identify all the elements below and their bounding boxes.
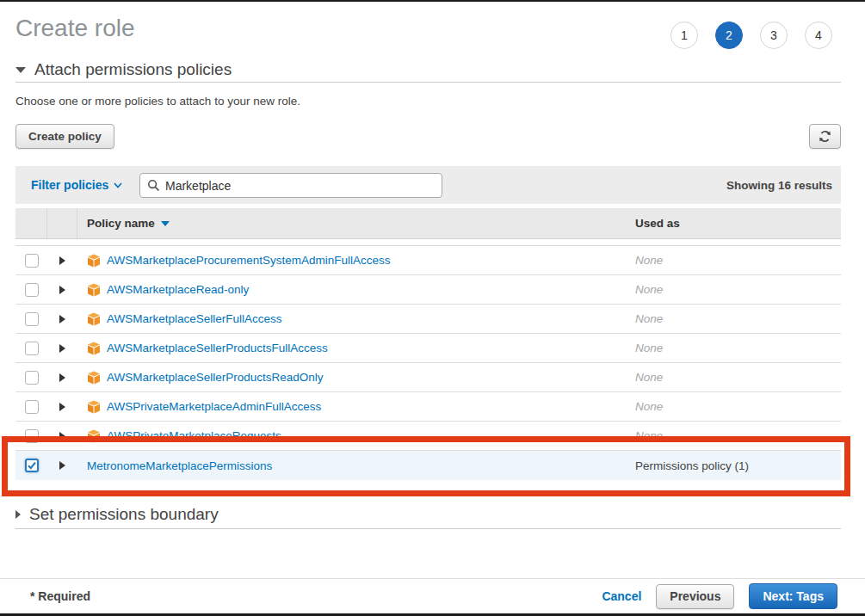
aws-policy-cube-icon (87, 283, 101, 297)
step-circle-3[interactable]: 3 (760, 22, 788, 49)
required-note: * Required (30, 589, 90, 603)
header-checkbox-column (15, 208, 47, 238)
used-as-value: None (635, 400, 663, 413)
row-checkbox[interactable] (25, 459, 39, 472)
filter-policies-dropdown[interactable]: Filter policies (31, 178, 122, 192)
footer-actions: Cancel Previous Next: Tags (602, 583, 837, 609)
create-role-page: Create role 1234 Attach permissions poli… (0, 0, 865, 616)
used-as-value: None (635, 371, 663, 384)
attach-policies-section-header[interactable]: Attach permissions policies (15, 60, 232, 79)
results-count: Showing 16 results (726, 179, 832, 192)
filter-policies-label: Filter policies (31, 178, 108, 192)
policy-name-link[interactable]: AWSMarketplaceSellerProductsFullAccess (107, 342, 328, 354)
step-indicator: 1234 (670, 22, 832, 49)
policy-table-row: AWSPrivateMarketplaceRequestsNone (15, 422, 841, 451)
policy-table-row: MetronomeMarketplacePermissionsPermissio… (15, 451, 841, 480)
search-icon (147, 179, 160, 192)
used-as-value: None (635, 254, 663, 267)
attach-policies-description: Choose one or more policies to attach to… (15, 95, 300, 108)
policy-table-row: AWSMarketplaceProcurementSystemAdminFull… (15, 246, 841, 275)
used-as-value: None (635, 312, 663, 325)
row-checkbox[interactable] (25, 400, 39, 414)
expand-section-icon (15, 510, 21, 519)
used-as-column-header: Used as (627, 208, 841, 238)
used-as-value: None (635, 429, 663, 442)
cancel-button[interactable]: Cancel (602, 589, 641, 603)
row-checkbox[interactable] (25, 371, 39, 385)
filter-bar: Filter policies Showing 16 results (15, 166, 841, 204)
wizard-footer: * Required Cancel Previous Next: Tags (0, 578, 865, 613)
policy-table-row: AWSMarketplaceSellerFullAccessNone (15, 305, 841, 334)
permissions-boundary-section-header[interactable]: Set permissions boundary (15, 505, 219, 524)
row-checkbox[interactable] (25, 312, 39, 326)
page-title: Create role (15, 15, 135, 42)
expand-row-icon[interactable] (59, 315, 65, 323)
policy-name-header-label: Policy name (87, 217, 155, 230)
policy-search-box (139, 173, 442, 198)
policy-name-link[interactable]: AWSMarketplaceSellerProductsReadOnly (107, 371, 324, 384)
policy-table-row: AWSMarketplaceSellerProductsReadOnlyNone (15, 363, 841, 392)
aws-policy-cube-icon (87, 371, 101, 385)
refresh-icon (819, 130, 831, 143)
window-top-edge (0, 0, 865, 2)
chevron-down-icon (114, 182, 122, 188)
policy-table-body: AWSMarketplaceProcurementSystemAdminFull… (15, 245, 841, 480)
expand-row-icon[interactable] (59, 373, 65, 382)
row-checkbox[interactable] (25, 254, 39, 268)
section-divider (15, 528, 841, 529)
policy-name-link[interactable]: MetronomeMarketplacePermissions (87, 459, 272, 472)
policy-name-link[interactable]: AWSPrivateMarketplaceAdminFullAccess (107, 400, 321, 413)
expand-row-icon[interactable] (59, 286, 65, 294)
sort-desc-icon (161, 221, 170, 226)
aws-policy-cube-icon (87, 342, 101, 355)
policy-search-input[interactable] (165, 179, 435, 193)
step-circle-1[interactable]: 1 (670, 22, 698, 49)
used-as-value: None (635, 342, 663, 354)
previous-button[interactable]: Previous (656, 584, 734, 609)
permissions-boundary-section-title: Set permissions boundary (29, 505, 219, 524)
aws-policy-cube-icon (87, 254, 101, 268)
row-checkbox[interactable] (25, 342, 39, 355)
policy-name-column-header[interactable]: Policy name (77, 208, 627, 238)
used-as-value: None (635, 283, 663, 296)
section-divider (15, 82, 841, 83)
header-expand-column (47, 208, 77, 238)
policy-table-row: AWSPrivateMarketplaceAdminFullAccessNone (15, 392, 841, 422)
expand-row-icon[interactable] (59, 461, 65, 470)
expand-row-icon[interactable] (59, 432, 65, 440)
expand-row-icon[interactable] (59, 403, 65, 411)
collapse-section-icon (15, 67, 26, 73)
aws-policy-cube-icon (87, 400, 101, 414)
row-checkbox[interactable] (25, 283, 39, 297)
policy-name-link[interactable]: AWSMarketplaceSellerFullAccess (107, 312, 282, 325)
refresh-button[interactable] (809, 124, 841, 149)
create-policy-button[interactable]: Create policy (15, 124, 114, 149)
policy-name-link[interactable]: AWSPrivateMarketplaceRequests (107, 429, 281, 442)
aws-policy-cube-icon (87, 429, 101, 443)
policy-name-link[interactable]: AWSMarketplaceProcurementSystemAdminFull… (107, 254, 391, 267)
policy-table-header: Policy name Used as (15, 208, 841, 239)
aws-policy-cube-icon (87, 312, 101, 326)
policy-table-row: AWSMarketplaceRead-onlyNone (15, 275, 841, 305)
policy-table-row: AWSMarketplaceSellerProductsFullAccessNo… (15, 334, 841, 363)
row-checkbox[interactable] (25, 429, 39, 443)
expand-row-icon[interactable] (59, 344, 65, 353)
policy-name-link[interactable]: AWSMarketplaceRead-only (107, 283, 249, 296)
attach-policies-section-title: Attach permissions policies (34, 60, 232, 79)
used-as-value: Permissions policy (1) (635, 459, 749, 472)
expand-row-icon[interactable] (59, 256, 65, 265)
used-as-header-label: Used as (635, 217, 680, 230)
step-circle-2[interactable]: 2 (715, 22, 743, 49)
step-circle-4[interactable]: 4 (805, 22, 832, 49)
next-tags-button[interactable]: Next: Tags (749, 583, 837, 609)
